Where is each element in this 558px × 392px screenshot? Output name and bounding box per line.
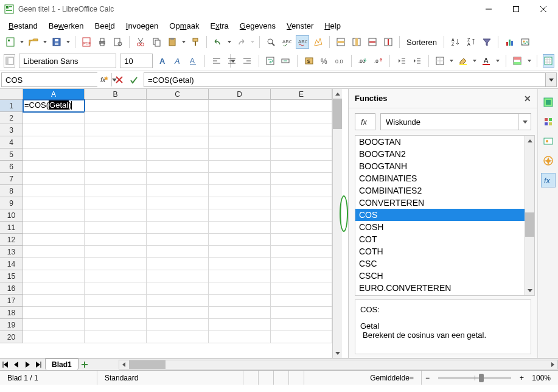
cell[interactable] xyxy=(23,185,85,197)
function-item[interactable]: BOOGTANH xyxy=(355,160,525,172)
merge-icon[interactable] xyxy=(280,54,291,68)
save-icon[interactable] xyxy=(50,35,63,49)
navigator-icon[interactable] xyxy=(541,153,556,168)
status-modified[interactable] xyxy=(274,371,289,385)
row-header[interactable]: 4 xyxy=(0,136,23,149)
font-size-combo[interactable] xyxy=(120,54,153,68)
formula-expand-icon[interactable] xyxy=(545,73,556,86)
cell[interactable] xyxy=(85,161,147,173)
function-list[interactable]: BOOGTANBOOGTAN2BOOGTANHCOMBINATIESCOMBIN… xyxy=(355,135,535,296)
list-scroll-thumb[interactable] xyxy=(525,212,534,237)
font-color-icon[interactable]: A xyxy=(481,54,492,68)
cell[interactable] xyxy=(23,319,85,331)
undo-dropdown[interactable] xyxy=(227,41,232,43)
borders-dropdown[interactable] xyxy=(450,60,454,62)
cell[interactable] xyxy=(271,222,332,234)
cell[interactable] xyxy=(209,295,271,307)
cell[interactable] xyxy=(271,282,332,295)
function-item[interactable]: COT xyxy=(355,233,525,245)
undo-icon[interactable] xyxy=(211,35,225,49)
sheet-tab[interactable]: Blad1 xyxy=(45,359,78,370)
font-name-combo[interactable] xyxy=(19,54,116,68)
list-scroll-down-icon[interactable] xyxy=(525,285,534,295)
cell[interactable] xyxy=(23,197,85,209)
scroll-down-icon[interactable] xyxy=(333,348,342,358)
scroll-thumb[interactable] xyxy=(333,99,342,129)
cell[interactable] xyxy=(147,124,209,136)
hscroll-left-icon[interactable] xyxy=(119,360,129,369)
insert-row-icon[interactable] xyxy=(334,35,347,49)
column-header-A[interactable]: A xyxy=(23,89,85,100)
save-dropdown[interactable] xyxy=(66,41,71,43)
cell[interactable] xyxy=(85,282,147,295)
cell[interactable] xyxy=(23,124,85,136)
styles-icon[interactable] xyxy=(541,114,556,129)
zoom-percent[interactable]: 100% xyxy=(528,371,558,385)
cell[interactable] xyxy=(209,209,271,222)
list-scroll-up-icon[interactable] xyxy=(525,136,534,145)
cell[interactable] xyxy=(147,112,209,124)
cell[interactable] xyxy=(23,209,85,222)
menu-bestand[interactable]: Bestand xyxy=(4,20,43,32)
category-combo[interactable]: Wiskunde xyxy=(380,113,531,130)
cell[interactable] xyxy=(23,246,85,258)
hscroll-thumb[interactable] xyxy=(129,360,166,369)
dec-dec-icon[interactable]: .0 xyxy=(372,54,384,68)
cell[interactable] xyxy=(147,209,209,222)
wrap-icon[interactable] xyxy=(265,54,276,68)
cell[interactable] xyxy=(23,112,85,124)
cell[interactable] xyxy=(85,295,147,307)
insert-col-icon[interactable] xyxy=(350,35,363,49)
row-header[interactable]: 6 xyxy=(0,161,23,173)
cell[interactable] xyxy=(209,246,271,258)
horizontal-scrollbar[interactable] xyxy=(119,360,558,369)
print-preview-icon[interactable] xyxy=(111,35,125,49)
italic-icon[interactable]: A xyxy=(172,54,184,68)
cell[interactable] xyxy=(209,331,271,343)
row-header[interactable]: 16 xyxy=(0,282,23,295)
row-header[interactable]: 7 xyxy=(0,173,23,185)
cell[interactable] xyxy=(23,307,85,319)
align-center-icon[interactable] xyxy=(226,54,237,68)
open-dropdown[interactable] xyxy=(43,41,47,43)
cell[interactable] xyxy=(209,319,271,331)
row-header[interactable]: 9 xyxy=(0,197,23,209)
find-icon[interactable] xyxy=(264,35,277,49)
tab-last-icon[interactable] xyxy=(33,359,44,370)
cell[interactable] xyxy=(147,246,209,258)
function-item[interactable]: COMBINATIES2 xyxy=(355,184,525,197)
cell[interactable] xyxy=(209,161,271,173)
row-header[interactable]: 2 xyxy=(0,112,23,124)
cell[interactable] xyxy=(85,197,147,209)
cell[interactable] xyxy=(85,124,147,136)
borders-icon[interactable] xyxy=(434,54,445,68)
sort-asc-icon[interactable]: AZ xyxy=(448,35,462,49)
menu-invoegen[interactable]: Invoegen xyxy=(121,20,164,32)
cell[interactable] xyxy=(271,270,332,282)
cell[interactable] xyxy=(147,307,209,319)
cell[interactable] xyxy=(147,331,209,343)
tab-first-icon[interactable] xyxy=(0,359,11,370)
cell[interactable] xyxy=(271,173,332,185)
menu-bewerken[interactable]: Bewerken xyxy=(44,20,89,32)
menu-extra[interactable]: Extra xyxy=(205,20,233,32)
cell[interactable] xyxy=(209,222,271,234)
cell[interactable] xyxy=(23,282,85,295)
cell[interactable] xyxy=(271,258,332,270)
column-header-B[interactable]: B xyxy=(85,89,147,100)
cell[interactable] xyxy=(23,295,85,307)
zoom-out-icon[interactable]: − xyxy=(422,371,433,385)
status-selection-mode[interactable] xyxy=(259,371,274,385)
align-right-icon[interactable] xyxy=(241,54,253,68)
grid[interactable]: 1=COS(Getal)2345678910111213141516171819… xyxy=(0,100,332,343)
percent-icon[interactable]: % xyxy=(318,54,330,68)
delete-row-icon[interactable] xyxy=(366,35,379,49)
splitter[interactable] xyxy=(342,89,348,358)
cell[interactable] xyxy=(85,149,147,161)
function-item[interactable]: EURO.CONVERTEREN xyxy=(355,282,525,294)
row-header[interactable]: 1 xyxy=(0,100,23,112)
gallery-icon[interactable] xyxy=(541,134,556,149)
cell[interactable] xyxy=(209,307,271,319)
cell[interactable] xyxy=(271,331,332,343)
cell[interactable] xyxy=(271,295,332,307)
